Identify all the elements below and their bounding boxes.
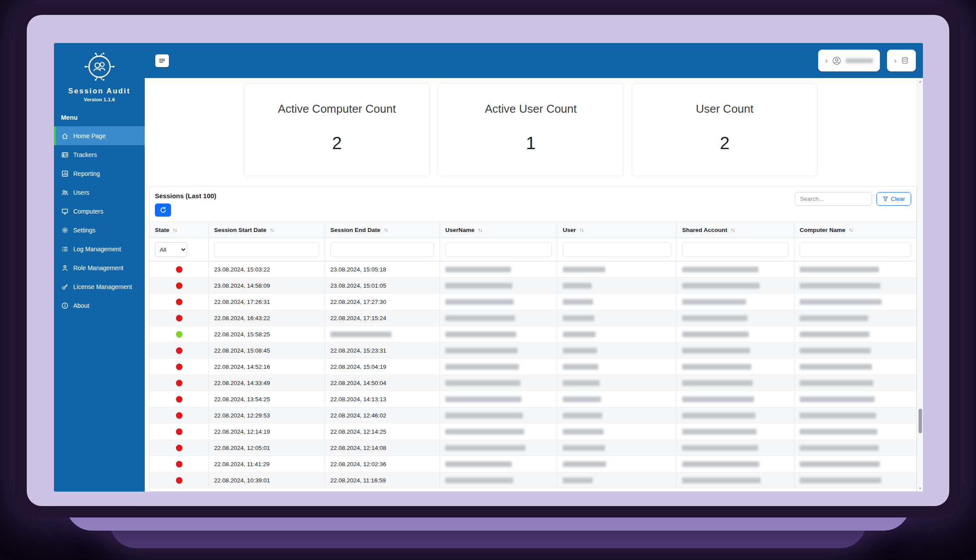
filter-input-shared-account[interactable] — [682, 242, 789, 257]
table-row[interactable]: 22.08.2024, 15:08:4522.08.2024, 15:23:31 — [150, 342, 916, 359]
session-start-cell: 22.08.2024, 11:41:29 — [209, 456, 325, 472]
table-row[interactable]: 22.08.2024, 15:58:25 — [150, 326, 916, 342]
sort-icon[interactable]: ↑↓ — [173, 227, 177, 232]
username-cell — [440, 407, 558, 423]
sort-icon[interactable]: ↑↓ — [270, 227, 274, 232]
session-start-cell: 22.08.2024, 17:26:31 — [209, 294, 325, 310]
table-row[interactable]: 23.08.2024, 14:58:0923.08.2024, 15:01:05 — [150, 278, 916, 294]
user-menu-button[interactable]: › — [818, 50, 880, 71]
user-cell — [558, 391, 677, 407]
filter-input-username[interactable] — [445, 242, 552, 257]
session-end-cell: 23.08.2024, 15:05:18 — [325, 261, 440, 277]
redacted-text — [682, 283, 760, 289]
sidebar-item-trackers[interactable]: Trackers — [54, 145, 145, 164]
state-dot-red — [176, 412, 182, 419]
state-cell — [150, 375, 209, 391]
session-end-date: 22.08.2024, 12:14:08 — [330, 445, 386, 451]
filter-input-user[interactable] — [563, 242, 671, 257]
session-end-cell: 22.08.2024, 15:23:31 — [325, 342, 440, 358]
sidebar-item-label: Computers — [73, 208, 103, 215]
filter-input-session-start-date[interactable] — [214, 242, 319, 257]
session-end-date: 22.08.2024, 15:04:19 — [330, 364, 386, 370]
session-end-date: 22.08.2024, 17:15:24 — [330, 315, 386, 321]
shared-account-cell — [677, 342, 794, 358]
scroll-thumb[interactable] — [919, 409, 922, 433]
clear-button[interactable]: Clear — [876, 192, 911, 206]
vertical-scrollbar[interactable]: ▲ ▼ — [917, 78, 923, 492]
computer-name-cell — [794, 278, 916, 293]
table-row[interactable]: 22.08.2024, 14:52:1622.08.2024, 15:04:19 — [150, 359, 916, 375]
sort-icon[interactable]: ↑↓ — [849, 227, 853, 232]
user-cell — [558, 342, 677, 358]
user-cell — [558, 294, 677, 310]
session-end-cell: 22.08.2024, 15:04:19 — [325, 359, 440, 375]
column-header-computer-name[interactable]: Computer Name↑↓ — [794, 222, 916, 238]
table-row[interactable]: 22.08.2024, 16:43:2222.08.2024, 17:15:24 — [150, 310, 916, 326]
session-start-date: 22.08.2024, 13:54:25 — [214, 396, 270, 403]
shared-account-cell — [677, 359, 794, 375]
refresh-button[interactable] — [155, 203, 171, 217]
sort-icon[interactable]: ↑↓ — [384, 227, 388, 232]
scroll-up-arrow[interactable]: ▲ — [917, 80, 923, 83]
stat-card-title: User Count — [632, 102, 817, 116]
session-start-cell: 22.08.2024, 15:58:25 — [209, 326, 325, 342]
redacted-text — [800, 283, 880, 289]
session-start-date: 22.08.2024, 16:43:22 — [214, 315, 270, 321]
state-cell — [150, 359, 209, 375]
table-row[interactable]: 22.08.2024, 12:14:1922.08.2024, 12:14:25 — [150, 424, 916, 440]
redacted-text — [445, 445, 526, 451]
table-row[interactable]: 22.08.2024, 11:41:2922.08.2024, 12:02:36 — [150, 456, 916, 472]
filter-input-session-end-date[interactable] — [330, 242, 434, 257]
redacted-text — [682, 315, 747, 321]
redacted-text — [800, 413, 876, 418]
sidebar-item-settings[interactable]: Settings — [54, 221, 145, 239]
table-row[interactable]: 22.08.2024, 12:05:0122.08.2024, 12:14:08 — [150, 440, 916, 456]
column-header-session-end-date[interactable]: Session End Date↑↓ — [325, 222, 440, 238]
sidebar-item-role-management[interactable]: Role Management — [54, 258, 145, 277]
table-row[interactable]: 22.08.2024, 14:33:4922.08.2024, 14:50:04 — [150, 375, 916, 391]
filter-input-computer-name[interactable] — [800, 242, 911, 257]
redacted-text — [563, 380, 600, 386]
sort-icon[interactable]: ↑↓ — [478, 227, 482, 232]
table-row[interactable]: 22.08.2024, 13:54:2522.08.2024, 14:13:13 — [150, 391, 916, 407]
state-dot-red — [176, 266, 182, 273]
redacted-text — [800, 396, 875, 402]
sidebar-toggle-button[interactable] — [155, 54, 169, 67]
stat-card-value: 1 — [438, 133, 623, 153]
session-end-date: 22.08.2024, 17:27:30 — [330, 299, 386, 305]
sidebar-item-computers[interactable]: Computers — [54, 202, 145, 221]
sessions-title-block: Sessions (Last 100) — [155, 192, 216, 217]
sidebar-item-reporting[interactable]: Reporting — [54, 164, 145, 183]
content: Active Computer Count2Active User Count1… — [145, 78, 923, 492]
redacted-text — [563, 315, 594, 321]
table-row[interactable]: 22.08.2024, 10:39:0122.08.2024, 11:16:59 — [150, 472, 916, 489]
app-logo — [83, 50, 116, 83]
shared-account-cell — [677, 440, 794, 456]
log-icon — [61, 246, 68, 253]
redacted-text — [800, 478, 881, 483]
app-title: Session Audit — [54, 87, 145, 95]
table-row[interactable]: 22.08.2024, 17:26:3122.08.2024, 17:27:30 — [150, 294, 916, 310]
sidebar-item-about[interactable]: About — [54, 296, 145, 315]
sidebar-item-label: License Management — [73, 283, 132, 290]
sidebar-item-license-management[interactable]: License Management — [54, 277, 145, 296]
scroll-down-arrow[interactable]: ▼ — [917, 487, 923, 490]
column-header-username[interactable]: UserName↑↓ — [440, 222, 558, 238]
table-row[interactable]: 23.08.2024, 15:03:2223.08.2024, 15:05:18 — [150, 261, 916, 278]
database-button[interactable]: › — [887, 50, 916, 71]
sort-icon[interactable]: ↑↓ — [731, 227, 735, 232]
state-filter-select[interactable]: All — [155, 242, 187, 257]
column-header-shared-account[interactable]: Shared Account↑↓ — [677, 222, 794, 238]
search-input[interactable] — [795, 192, 872, 206]
table-row[interactable]: 22.08.2024, 12:29:5322.08.2024, 12:46:02 — [150, 407, 916, 424]
sidebar-item-log-management[interactable]: Log Management — [54, 239, 145, 258]
sidebar-item-home-page[interactable]: Home Page — [54, 126, 145, 145]
sidebar-item-users[interactable]: Users — [54, 183, 145, 202]
redacted-text — [445, 478, 513, 483]
username-cell — [440, 326, 558, 342]
column-header-session-start-date[interactable]: Session Start Date↑↓ — [209, 222, 325, 238]
column-header-user[interactable]: User↑↓ — [558, 222, 677, 238]
session-end-date: 22.08.2024, 11:16:59 — [330, 477, 386, 484]
column-header-state[interactable]: State↑↓ — [150, 222, 209, 238]
sort-icon[interactable]: ↑↓ — [579, 227, 583, 232]
